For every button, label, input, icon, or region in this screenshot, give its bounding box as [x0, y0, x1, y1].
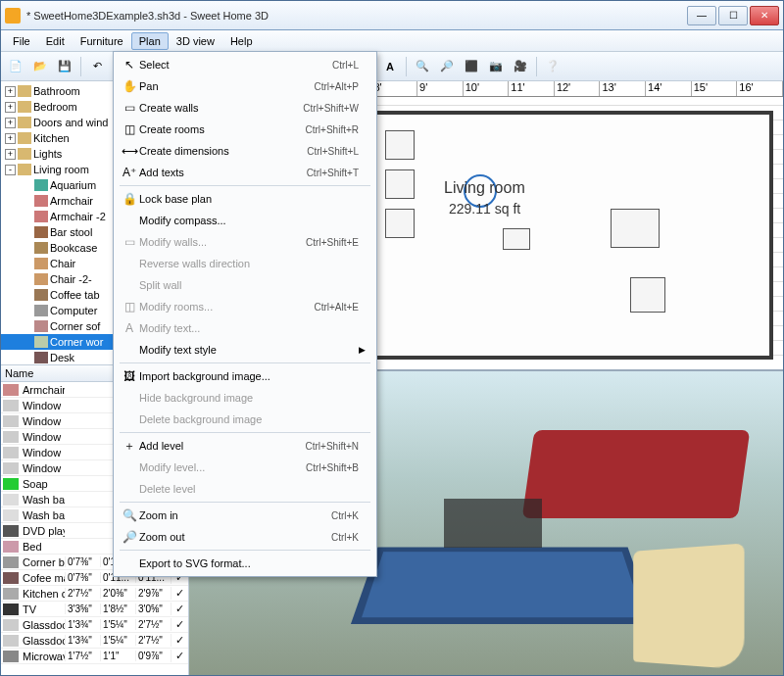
visible-checkbox[interactable]: ✓	[171, 634, 188, 647]
menu-item-create-rooms[interactable]: ◫Create roomsCtrl+Shift+R	[116, 119, 374, 140]
menu-item-zoom-in[interactable]: 🔍Zoom inCtrl+K	[116, 505, 374, 526]
menu-item-modify-level-: Modify level...Ctrl+Shift+B	[116, 457, 374, 478]
menu-item-export-to-svg-format-[interactable]: Export to SVG format...	[116, 553, 374, 574]
furniture-icon	[34, 179, 48, 191]
ruler-tick: 13'	[600, 81, 646, 96]
item-icon	[3, 478, 19, 490]
open-icon[interactable]: 📂	[29, 56, 51, 77]
furniture-icon	[34, 226, 48, 238]
img-icon: 🖼	[120, 369, 139, 383]
menu-item-lock-base-plan[interactable]: 🔒Lock base plan	[116, 188, 374, 210]
dim-icon: ⟷	[120, 144, 139, 158]
wallm-icon: ▭	[120, 235, 139, 249]
rug-3d	[351, 548, 655, 625]
visible-checkbox[interactable]: ✓	[171, 618, 188, 631]
zoom-in-icon[interactable]: 🔍	[412, 56, 433, 77]
cursor-icon: ↖	[120, 58, 139, 72]
camera-icon[interactable]: 📷	[485, 56, 507, 77]
save-icon[interactable]: 💾	[54, 56, 75, 77]
maximize-button[interactable]: ☐	[718, 6, 748, 25]
undo-icon[interactable]: ↶	[86, 56, 108, 77]
menu-edit[interactable]: Edit	[38, 32, 73, 50]
ruler-tick: 16'	[737, 81, 783, 96]
menu-3d-view[interactable]: 3D view	[169, 32, 222, 50]
item-icon	[3, 572, 19, 584]
item-icon	[3, 509, 19, 521]
catalog-row[interactable]: TV3'3⅝"1'8½"3'0⅝"✓	[1, 602, 188, 617]
item-icon	[3, 556, 19, 568]
catalog-row[interactable]: Glassdoor cabinet1'3¾"1'5¼"2'7½"✓	[1, 617, 188, 633]
item-icon	[3, 384, 19, 396]
visible-checkbox[interactable]: ✓	[171, 650, 188, 662]
textm-icon: A	[120, 321, 139, 335]
zoom-out-icon[interactable]: 🔎	[436, 56, 458, 77]
furniture-icon	[34, 336, 48, 348]
item-icon	[3, 635, 19, 647]
item-icon	[3, 494, 19, 506]
menu-help[interactable]: Help	[222, 32, 261, 50]
menu-item-modify-walls-: ▭Modify walls...Ctrl+Shift+E	[116, 231, 374, 253]
catalog-row[interactable]: Kitchen cabinet2'7½"2'0⅜"2'9⅞"✓	[1, 586, 188, 602]
folder-icon	[18, 148, 31, 160]
menu-item-modify-text-style[interactable]: Modify text style▶	[116, 339, 374, 361]
new-icon[interactable]: 📄	[5, 56, 26, 77]
plan-furniture[interactable]	[385, 130, 415, 160]
window-title: * SweetHome3DExample3.sh3d - Sweet Home …	[26, 10, 687, 22]
table-3d	[444, 499, 542, 548]
menu-item-create-dimensions[interactable]: ⟷Create dimensionsCtrl+Shift+L	[116, 140, 374, 162]
catalog-row[interactable]: Glassdoor cabinet1'3¾"1'5¼"2'7½"✓	[1, 633, 188, 649]
item-icon	[3, 541, 19, 553]
plan-furniture[interactable]	[385, 169, 415, 199]
catalog-row[interactable]: Microwave1'7½"1'1"0'9⅞"✓	[1, 649, 188, 664]
plan-furniture[interactable]	[611, 209, 660, 248]
ruler-tick: 9'	[417, 81, 464, 96]
menu-furniture[interactable]: Furniture	[73, 32, 131, 50]
plan-menu-dropdown: ↖SelectCtrl+L✋PanCtrl+Alt+P▭Create walls…	[113, 51, 377, 577]
close-button[interactable]: ✕	[750, 6, 779, 25]
video-icon[interactable]: 🎥	[510, 56, 531, 77]
furniture-icon	[34, 289, 48, 301]
visible-checkbox[interactable]: ✓	[171, 603, 188, 615]
armchair-3d	[633, 544, 744, 670]
item-icon	[3, 588, 19, 600]
menu-item-delete-background-image: Delete background image	[116, 409, 374, 430]
3d-icon[interactable]: ⬛	[461, 56, 482, 77]
menu-item-create-walls[interactable]: ▭Create wallsCtrl+Shift+W	[116, 97, 374, 119]
folder-icon	[18, 101, 31, 113]
expand-icon[interactable]: +	[5, 149, 16, 160]
expand-icon[interactable]: +	[5, 133, 16, 144]
hand-icon: ✋	[120, 79, 139, 93]
menu-item-import-background-image-[interactable]: 🖼Import background image...	[116, 365, 374, 387]
item-icon	[3, 525, 19, 537]
titlebar: * SweetHome3DExample3.sh3d - Sweet Home …	[1, 1, 783, 30]
plan-furniture[interactable]	[630, 277, 665, 313]
expand-icon[interactable]: +	[5, 86, 16, 97]
expand-icon[interactable]: -	[5, 165, 16, 175]
furniture-icon	[34, 211, 48, 222]
folder-icon	[18, 85, 31, 97]
menu-item-select[interactable]: ↖SelectCtrl+L	[116, 54, 374, 75]
menu-item-modify-text-: AModify text...	[116, 317, 374, 339]
item-icon	[3, 604, 19, 615]
folder-icon	[18, 132, 31, 144]
item-icon	[3, 400, 19, 411]
help-icon[interactable]: ❔	[542, 56, 564, 77]
menu-item-modify-rooms-: ◫Modify rooms...Ctrl+Alt+E	[116, 296, 374, 317]
folder-icon	[18, 164, 31, 175]
menu-plan[interactable]: Plan	[131, 32, 169, 50]
menu-item-reverse-walls-direction: Reverse walls direction	[116, 253, 374, 274]
menu-item-pan[interactable]: ✋PanCtrl+Alt+P	[116, 75, 374, 97]
menu-item-modify-compass-[interactable]: Modify compass...	[116, 210, 374, 231]
minimize-button[interactable]: —	[687, 6, 716, 25]
menu-file[interactable]: File	[5, 32, 38, 50]
expand-icon[interactable]: +	[5, 118, 16, 128]
room-area-label: 229.11 sq ft	[449, 201, 520, 217]
expand-icon[interactable]: +	[5, 102, 16, 113]
plan-furniture[interactable]	[503, 228, 530, 250]
menu-item-add-level[interactable]: ＋Add levelCtrl+Shift+N	[116, 435, 374, 457]
plan-furniture[interactable]	[385, 209, 415, 238]
text-tool-icon[interactable]: A	[379, 56, 401, 77]
menu-item-add-texts[interactable]: A⁺Add textsCtrl+Shift+T	[116, 162, 374, 183]
menu-item-zoom-out[interactable]: 🔎Zoom outCtrl+K	[116, 526, 374, 548]
visible-checkbox[interactable]: ✓	[171, 587, 188, 600]
